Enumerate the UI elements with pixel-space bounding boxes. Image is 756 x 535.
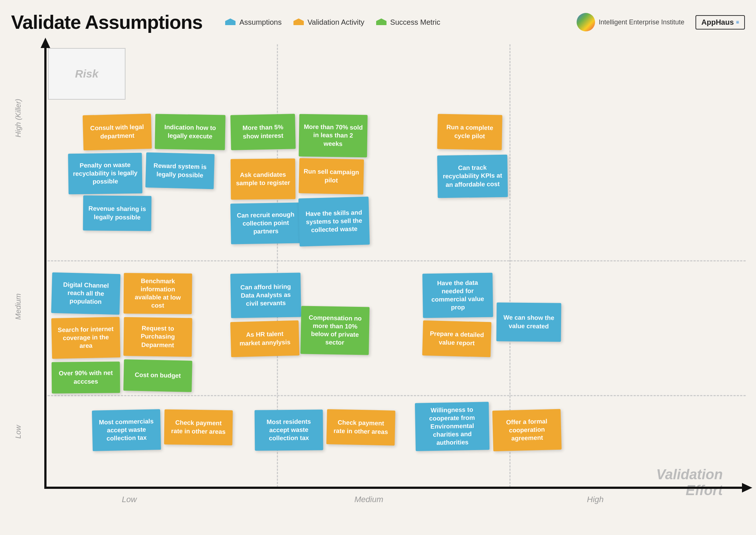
risk-box: Risk <box>48 48 126 100</box>
apphaus-label: AppHaus <box>701 18 734 27</box>
note-n6[interactable]: More than 5% show interest <box>230 114 296 150</box>
note-text-n25: We can show the value created <box>501 314 557 331</box>
note-n18[interactable]: Over 90% with net acccses <box>52 361 120 394</box>
apphaus-suffix: ≡ <box>736 19 739 25</box>
note-n19[interactable]: Cost on budget <box>123 359 192 392</box>
note-n24[interactable]: Prepare a detailed value report <box>422 320 491 357</box>
page: Validate Assumptions Assumptions Validat… <box>0 0 756 535</box>
note-n3[interactable]: Penalty on waste recyclability is legall… <box>68 153 142 195</box>
grid-h-1 <box>44 260 746 261</box>
note-n17[interactable]: Request to Purchasing Deparment <box>123 317 192 357</box>
note-text-n13: Can track recyclability KPIs at an affor… <box>442 164 504 189</box>
x-label-low: Low <box>122 495 137 504</box>
note-text-n31: Offer a formal cooperation agreement <box>497 417 557 443</box>
assumptions-icon <box>224 18 236 27</box>
note-text-n10: Can recruit enough collection point part… <box>235 210 296 236</box>
note-text-n20: Can afford hiring Data Analysts as civil… <box>235 282 296 308</box>
note-text-n17: Request to Purchasing Deparment <box>128 324 188 350</box>
note-text-n16: Search for internet coverage in the area <box>56 325 116 351</box>
note-n29[interactable]: Check payment rate in other areas <box>326 409 395 446</box>
note-n14[interactable]: Digital Channel reach all the population <box>51 272 121 315</box>
y-axis <box>44 44 47 487</box>
note-n1[interactable]: Consult with legal department <box>83 114 152 151</box>
validation-icon <box>293 18 305 27</box>
y-label-low: Low <box>14 414 23 450</box>
note-text-n11: Have the skills and systems to sell the … <box>303 209 365 235</box>
note-n10[interactable]: Can recruit enough collection point part… <box>230 202 301 244</box>
note-text-n26: Most commercials accept waste collection… <box>96 417 156 443</box>
note-text-n29: Check payment rate in other areas <box>331 419 391 436</box>
note-text-n7: More than 70% sold in leas than 2 weeks <box>303 123 363 148</box>
note-text-n9: Run sell campaign pilot <box>303 168 360 185</box>
x-axis <box>44 487 746 489</box>
note-n25[interactable]: We can show the value created <box>496 302 561 342</box>
note-n23[interactable]: Have the data needed for commercial valu… <box>422 273 493 318</box>
note-n12[interactable]: Run a complete cycle pilot <box>437 114 502 150</box>
note-n28[interactable]: Most residents accept waste collection t… <box>255 409 323 451</box>
note-n7[interactable]: More than 70% sold in leas than 2 weeks <box>299 114 368 158</box>
note-text-n28: Most residents accept waste collection t… <box>259 418 319 443</box>
note-text-n24: Prepare a detailed value report <box>427 330 487 347</box>
note-text-n15: Benchmark information available at low c… <box>128 277 188 310</box>
note-text-n3: Penalty on waste recyclability is legall… <box>73 161 138 186</box>
institute-brand: Intelligent Enterprise Institute <box>577 13 684 31</box>
note-text-n6: More than 5% show interest <box>235 123 291 141</box>
note-n13[interactable]: Can track recyclability KPIs at an affor… <box>437 155 508 198</box>
risk-box-label: Risk <box>75 68 98 80</box>
note-text-n21: As HR talent market annylysis <box>235 330 295 347</box>
note-n15[interactable]: Benchmark information available at low c… <box>124 273 192 314</box>
x-label-medium: Medium <box>354 495 383 504</box>
legend: Assumptions Validation Activity Success … <box>224 18 440 27</box>
validation-label: Validation Activity <box>307 18 364 27</box>
note-text-n14: Digital Channel reach all the population <box>56 281 116 306</box>
assumptions-label: Assumptions <box>239 18 282 27</box>
institute-logo <box>577 13 595 31</box>
branding: Intelligent Enterprise Institute AppHaus… <box>577 13 745 31</box>
x-label-high: High <box>587 495 604 504</box>
note-text-n27: Check payment rate in other areas <box>169 419 228 436</box>
note-n4[interactable]: Reward system is legally possible <box>145 152 214 189</box>
note-text-n5: Revenue sharing is legally possible <box>87 205 147 222</box>
note-n9[interactable]: Run sell campaign pilot <box>299 158 364 195</box>
note-n5[interactable]: Revenue sharing is legally possible <box>83 195 152 231</box>
note-n31[interactable]: Offer a formal cooperation agreement <box>492 409 562 452</box>
note-text-n30: Willingness to cooperate from Environmen… <box>419 405 485 447</box>
chart-area: Risk High (Killer) Medium Low Low Medium… <box>11 37 745 521</box>
note-n2[interactable]: Indication how to legally execute <box>155 114 226 150</box>
note-n11[interactable]: Have the skills and systems to sell the … <box>298 197 370 247</box>
note-text-n23: Have the data needed for commercial valu… <box>427 279 488 312</box>
note-n26[interactable]: Most commercials accept waste collection… <box>92 409 161 451</box>
page-title: Validate Assumptions <box>11 11 202 33</box>
note-n30[interactable]: Willingness to cooperate from Environmen… <box>415 402 489 451</box>
apphaus-brand: AppHaus ≡ <box>695 15 745 30</box>
y-label-medium: Medium <box>14 288 23 325</box>
corner-label: Validation Effort <box>656 467 723 498</box>
note-text-n2: Indication how to legally execute <box>159 123 221 141</box>
legend-validation: Validation Activity <box>293 18 364 27</box>
svg-marker-0 <box>225 18 236 25</box>
note-text-n12: Run a complete cycle pilot <box>442 123 498 141</box>
legend-success: Success Metric <box>375 18 440 27</box>
success-icon <box>375 18 387 27</box>
note-text-n1: Consult with legal department <box>87 123 147 141</box>
success-label: Success Metric <box>390 18 440 27</box>
note-text-n18: Over 90% with net acccses <box>56 369 116 386</box>
note-n8[interactable]: Ask candidates sample to register <box>231 158 296 200</box>
note-n22[interactable]: Compensation no more than 10% below of p… <box>300 306 370 355</box>
svg-marker-1 <box>293 18 304 25</box>
grid-h-2 <box>44 395 746 396</box>
header: Validate Assumptions Assumptions Validat… <box>11 11 745 33</box>
note-n21[interactable]: As HR talent market annylysis <box>230 320 299 357</box>
note-n20[interactable]: Can afford hiring Data Analysts as civil… <box>230 272 301 318</box>
institute-name: Intelligent Enterprise Institute <box>599 18 684 26</box>
y-label-high: High (Killer) <box>14 94 23 142</box>
legend-assumptions: Assumptions <box>224 18 282 27</box>
note-text-n19: Cost on budget <box>135 371 181 380</box>
note-text-n4: Reward system is legally possible <box>150 162 210 179</box>
note-n27[interactable]: Check payment rate in other areas <box>164 409 233 446</box>
note-text-n22: Compensation no more than 10% below of p… <box>305 313 365 347</box>
svg-marker-2 <box>376 18 386 25</box>
note-text-n8: Ask candidates sample to register <box>235 171 291 188</box>
note-n16[interactable]: Search for internet coverage in the area <box>51 317 120 359</box>
